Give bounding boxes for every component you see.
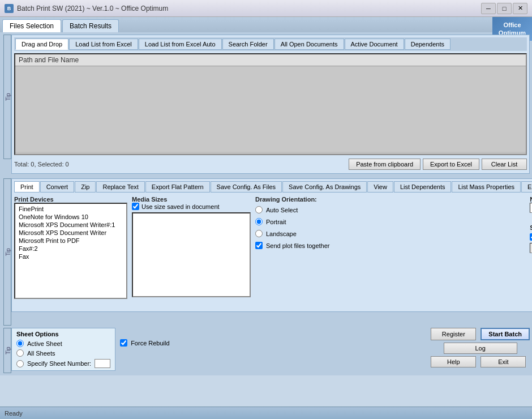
media-checkbox-label: Use size saved in document	[141, 203, 220, 210]
device-item-2[interactable]: Microsoft XPS Document Writer#:1	[18, 221, 124, 229]
print-tab-replace-text[interactable]: Replace Text	[96, 181, 144, 193]
orientation-auto[interactable]: Auto Select	[255, 206, 525, 213]
send-plot-files-row[interactable]: Send plot files together	[255, 242, 525, 249]
copies-input[interactable]	[530, 203, 532, 213]
drawing-orientation-panel: Drawing Orientation: Auto Select Portrai…	[255, 196, 525, 309]
window-title: Batch Print SW (2021) ~ Ver.1.0 ~ Office…	[17, 5, 168, 12]
sub-tab-all-open[interactable]: All Open Documents	[274, 39, 344, 50]
log-button[interactable]: Log	[444, 343, 517, 354]
sheet-specify-radio[interactable]	[16, 360, 24, 367]
exit-button[interactable]: Exit	[480, 356, 526, 367]
sheet-number-input[interactable]	[95, 359, 110, 368]
sub-tab-load-excel[interactable]: Load List from Excel	[69, 39, 138, 50]
sheet-options-panel: Sheet Options Active Sheet All Sheets Sp…	[11, 328, 115, 371]
orientation-auto-radio[interactable]	[255, 206, 263, 213]
device-item-6[interactable]: Fax	[18, 253, 124, 260]
file-status: Total: 0, Selected: 0	[14, 161, 69, 168]
copies-scale-panel: Number of Copies: Scale: Scale To Fit %	[530, 196, 532, 309]
orientation-portrait-radio[interactable]	[255, 218, 263, 225]
status-text: Ready	[5, 410, 23, 417]
title-controls: ─ □ ✕	[481, 3, 527, 14]
clear-list-button[interactable]: Clear List	[482, 159, 527, 170]
sub-tab-drag-drop[interactable]: Drag and Drop	[15, 39, 68, 50]
print-tabs: Print Convert Zip Replace Text Export Fl…	[14, 181, 532, 193]
sheet-all-radio[interactable]	[16, 349, 24, 357]
print-tab-save-config[interactable]: Save Config. As Files	[211, 181, 282, 193]
copies-title: Number of Copies:	[530, 196, 532, 203]
register-button[interactable]: Register	[431, 328, 476, 340]
scale-title: Scale:	[530, 224, 532, 231]
force-rebuild-area: Force Rebuild	[120, 328, 169, 347]
device-item-1[interactable]: OneNote for Windows 10	[18, 213, 124, 221]
sheet-active-radio[interactable]	[16, 340, 24, 347]
file-list-body[interactable]	[15, 66, 526, 152]
orientation-portrait[interactable]: Portrait	[255, 218, 525, 225]
orientation-landscape[interactable]: Landscape	[255, 230, 525, 237]
media-sizes-panel: Media Sizes Use size saved in document	[132, 196, 251, 309]
sheet-all-row[interactable]: All Sheets	[16, 349, 110, 357]
media-use-doc-size-checkbox[interactable]	[132, 203, 139, 210]
device-item-0[interactable]: FinePrint	[18, 205, 124, 213]
force-rebuild-checkbox[interactable]	[120, 339, 127, 347]
print-tab-save-config-drawings[interactable]: Save Config. As Drawings	[282, 181, 367, 193]
close-button[interactable]: ✕	[513, 3, 527, 14]
sub-tab-search-folder[interactable]: Search Folder	[222, 39, 274, 50]
help-button[interactable]: Help	[431, 356, 476, 367]
status-bar: Ready	[0, 407, 532, 419]
device-item-5[interactable]: Fax#:2	[18, 245, 124, 253]
print-tab-view[interactable]: View	[367, 181, 393, 193]
print-section: Print Convert Zip Replace Text Export Fl…	[11, 178, 532, 312]
sub-tab-active-doc[interactable]: Active Document	[345, 39, 404, 50]
main-tabs: Files Selection Batch Results	[0, 17, 532, 32]
sheet-options-title: Sheet Options	[16, 331, 110, 337]
print-tab-list-mass[interactable]: List Mass Properties	[452, 181, 521, 193]
device-item-4[interactable]: Microsoft Print to PDF	[18, 237, 124, 245]
file-list-header: Path and File Name	[15, 54, 526, 66]
sheet-specify-row[interactable]: Specify Sheet Number:	[16, 359, 110, 368]
scale-to-fit-row[interactable]: Scale To Fit	[530, 233, 532, 241]
sub-tab-load-excel-auto[interactable]: Load List from Excel Auto	[139, 39, 222, 50]
media-sizes-title: Media Sizes	[132, 196, 251, 203]
files-panel: Drag and Drop Load List from Excel Load …	[11, 35, 530, 174]
orientation-landscape-radio[interactable]	[255, 230, 263, 237]
print-tab-zip[interactable]: Zip	[75, 181, 96, 193]
scale-input[interactable]	[530, 243, 532, 253]
drawing-orientation-title: Drawing Orientation:	[255, 196, 525, 203]
paste-clipboard-button[interactable]: Paste from clipboard	[349, 159, 421, 170]
send-plot-files-checkbox[interactable]	[255, 242, 263, 249]
device-list[interactable]: FinePrint OneNote for Windows 10 Microso…	[14, 203, 127, 299]
title-bar: B Batch Print SW (2021) ~ Ver.1.0 ~ Offi…	[0, 0, 532, 17]
print-tab-export-flat[interactable]: Export Flat Pattern	[145, 181, 210, 193]
tab-files-selection[interactable]: Files Selection	[2, 19, 61, 32]
print-devices-panel: Print Devices FinePrint OneNote for Wind…	[14, 196, 127, 309]
device-item-3[interactable]: Microsoft XPS Document Writer	[18, 229, 124, 237]
force-rebuild-label: Force Rebuild	[131, 340, 169, 347]
print-tab-print[interactable]: Print	[14, 181, 40, 193]
tab-batch-results[interactable]: Batch Results	[62, 19, 119, 32]
print-devices-title: Print Devices	[14, 196, 127, 203]
file-sub-tabs: Drag and Drop Load List from Excel Load …	[14, 37, 527, 51]
print-content: Print Devices FinePrint OneNote for Wind…	[14, 196, 532, 309]
file-list: Path and File Name	[14, 53, 527, 155]
media-checkbox-row: Use size saved in document	[132, 203, 251, 210]
scale-to-fit-checkbox[interactable]	[530, 233, 532, 241]
print-tab-list-dependents[interactable]: List Dependents	[394, 181, 452, 193]
orientation-radio-group: Auto Select Portrait Landscape	[255, 206, 525, 237]
force-rebuild-row[interactable]: Force Rebuild	[120, 339, 169, 347]
scale-value-row: %	[530, 243, 532, 253]
sub-tab-dependents[interactable]: Dependents	[405, 39, 451, 50]
tip-label-mid: Tip	[3, 178, 11, 326]
print-tab-export-b[interactable]: Export B...	[521, 181, 532, 193]
content-area: Tip Drag and Drop Load List from Excel L…	[0, 32, 532, 375]
export-excel-button[interactable]: Export to Excel	[423, 159, 479, 170]
print-tab-convert[interactable]: Convert	[40, 181, 75, 193]
action-buttons: Register Start Batch Log Help Exit	[431, 328, 530, 367]
maximize-button[interactable]: □	[497, 3, 512, 14]
start-batch-button[interactable]: Start Batch	[480, 328, 530, 340]
media-list[interactable]	[132, 212, 251, 297]
minimize-button[interactable]: ─	[481, 3, 496, 14]
tip-label-top: Tip	[3, 35, 11, 159]
file-panel-buttons: Paste from clipboard Export to Excel Cle…	[349, 159, 527, 170]
sheet-active-row[interactable]: Active Sheet	[16, 340, 110, 347]
file-panel-bottom: Total: 0, Selected: 0 Paste from clipboa…	[14, 157, 527, 171]
